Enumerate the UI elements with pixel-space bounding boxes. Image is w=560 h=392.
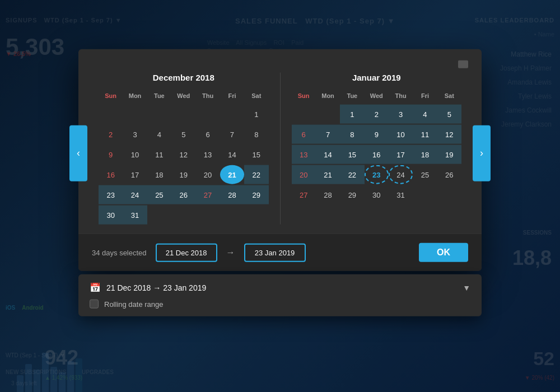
day-dec-11[interactable]: 11 (147, 145, 171, 164)
day-header-thu-dec: Thu (195, 90, 220, 101)
day-dec-23[interactable]: 23 (99, 185, 123, 204)
ok-button[interactable]: OK (419, 243, 468, 262)
day-dec-13[interactable]: 13 (195, 145, 220, 164)
calendar-december-grid: 1 2 3 4 5 6 7 8 9 10 11 12 13 14 15 (99, 105, 269, 225)
day-jan-23[interactable]: 23 (365, 165, 389, 184)
day-jan-27[interactable]: 27 (292, 185, 316, 204)
day-dec-9[interactable]: 9 (99, 145, 123, 164)
day-dec-5[interactable]: 5 (171, 125, 195, 144)
day-dec-6[interactable]: 6 (195, 125, 220, 144)
day-jan-18[interactable]: 18 (413, 145, 437, 164)
dropdown-date-row: 📅 21 Dec 2018 → 23 Jan 2019 ▼ (90, 282, 470, 293)
next-month-button[interactable]: › (473, 125, 491, 181)
calendar-january-grid: 1 2 3 4 5 6 7 8 9 10 11 12 13 14 15 (292, 105, 462, 204)
day-jan-11[interactable]: 11 (413, 125, 437, 144)
day-dec-16[interactable]: 16 (99, 165, 123, 184)
day-empty (171, 105, 195, 124)
day-jan-9[interactable]: 9 (365, 125, 389, 144)
day-jan-14[interactable]: 14 (316, 145, 340, 164)
day-jan-28[interactable]: 28 (316, 185, 340, 204)
date-picker-dialog: ‹ December 2018 Sun Mon Tue Wed Thu Fri … (78, 49, 482, 316)
day-jan-12[interactable]: 12 (437, 125, 461, 144)
day-dec-20[interactable]: 20 (195, 165, 220, 184)
calendar-december: December 2018 Sun Mon Tue Wed Thu Fri Sa… (87, 73, 280, 225)
day-dec-29[interactable]: 29 (244, 185, 268, 204)
day-header-tue-dec: Tue (147, 90, 171, 101)
calendars-container: ‹ December 2018 Sun Mon Tue Wed Thu Fri … (78, 73, 482, 234)
day-dec-27[interactable]: 27 (195, 185, 220, 204)
minimize-button[interactable] (458, 60, 468, 68)
day-dec-14[interactable]: 14 (220, 145, 244, 164)
day-jan-29[interactable]: 29 (340, 185, 364, 204)
day-jan-20[interactable]: 20 (292, 165, 316, 184)
day-dec-15[interactable]: 15 (244, 145, 268, 164)
day-dec-7[interactable]: 7 (220, 125, 244, 144)
day-dec-30[interactable]: 30 (99, 206, 123, 225)
day-jan-26[interactable]: 26 (437, 165, 461, 184)
day-header-sat-dec: Sat (244, 90, 268, 101)
day-empty (316, 105, 340, 124)
day-jan-5[interactable]: 5 (437, 105, 461, 124)
day-header-wed-jan: Wed (365, 90, 389, 101)
day-jan-19[interactable]: 19 (437, 145, 461, 164)
day-dec-24[interactable]: 24 (123, 185, 147, 204)
day-jan-30[interactable]: 30 (365, 185, 389, 204)
day-jan-2[interactable]: 2 (365, 105, 389, 124)
day-jan-15[interactable]: 15 (340, 145, 364, 164)
day-jan-4[interactable]: 4 (413, 105, 437, 124)
day-jan-31[interactable]: 31 (389, 185, 413, 204)
day-jan-22[interactable]: 22 (340, 165, 364, 184)
left-arrow-icon: ‹ (77, 147, 80, 159)
day-header-fri-jan: Fri (413, 90, 437, 101)
rolling-range-row: Rolling date range (90, 300, 470, 309)
calendar-modal: ‹ December 2018 Sun Mon Tue Wed Thu Fri … (78, 49, 482, 271)
day-dec-21[interactable]: 21 (220, 165, 244, 184)
day-dec-8[interactable]: 8 (244, 125, 268, 144)
day-jan-1[interactable]: 1 (340, 105, 364, 124)
day-dec-3[interactable]: 3 (123, 125, 147, 144)
start-date-input[interactable] (156, 243, 217, 262)
day-jan-16[interactable]: 16 (365, 145, 389, 164)
day-jan-21[interactable]: 21 (316, 165, 340, 184)
day-dec-1[interactable]: 1 (244, 105, 268, 124)
day-header-wed-dec: Wed (171, 90, 195, 101)
prev-month-button[interactable]: ‹ (69, 125, 87, 181)
day-jan-7[interactable]: 7 (316, 125, 340, 144)
date-arrow-separator: → (226, 248, 235, 258)
day-jan-25[interactable]: 25 (413, 165, 437, 184)
day-jan-10[interactable]: 10 (389, 125, 413, 144)
day-dec-12[interactable]: 12 (171, 145, 195, 164)
days-selected-label: 34 days selected (92, 248, 147, 256)
day-header-fri-dec: Fri (220, 90, 244, 101)
day-dec-17[interactable]: 17 (123, 165, 147, 184)
calendar-january: Januar 2019 Sun Mon Tue Wed Thu Fri Sat … (280, 73, 473, 225)
day-dec-26[interactable]: 26 (171, 185, 195, 204)
day-jan-17[interactable]: 17 (389, 145, 413, 164)
day-jan-8[interactable]: 8 (340, 125, 364, 144)
day-empty (292, 105, 316, 124)
day-dec-4[interactable]: 4 (147, 125, 171, 144)
day-dec-19[interactable]: 19 (171, 165, 195, 184)
day-jan-13[interactable]: 13 (292, 145, 316, 164)
day-header-sun-jan: Sun (292, 90, 316, 101)
day-dec-2[interactable]: 2 (99, 125, 123, 144)
day-dec-28[interactable]: 28 (220, 185, 244, 204)
day-dec-22[interactable]: 22 (244, 165, 268, 184)
day-dec-25[interactable]: 25 (147, 185, 171, 204)
day-header-sun-dec: Sun (99, 90, 123, 101)
day-dec-10[interactable]: 10 (123, 145, 147, 164)
day-jan-24[interactable]: 24 (389, 165, 413, 184)
day-dec-31[interactable]: 31 (123, 206, 147, 225)
day-dec-18[interactable]: 18 (147, 165, 171, 184)
day-header-tue-jan: Tue (340, 90, 364, 101)
calendar-december-headers: Sun Mon Tue Wed Thu Fri Sat (99, 90, 269, 101)
end-date-input[interactable] (244, 243, 306, 262)
calendar-december-title: December 2018 (99, 73, 269, 82)
dropdown-chevron-icon[interactable]: ▼ (463, 283, 470, 292)
rolling-range-label: Rolling date range (104, 300, 164, 308)
day-empty (99, 105, 123, 124)
modal-header (78, 49, 482, 73)
day-jan-3[interactable]: 3 (389, 105, 413, 124)
day-jan-6[interactable]: 6 (292, 125, 316, 144)
rolling-range-checkbox[interactable] (90, 300, 99, 309)
